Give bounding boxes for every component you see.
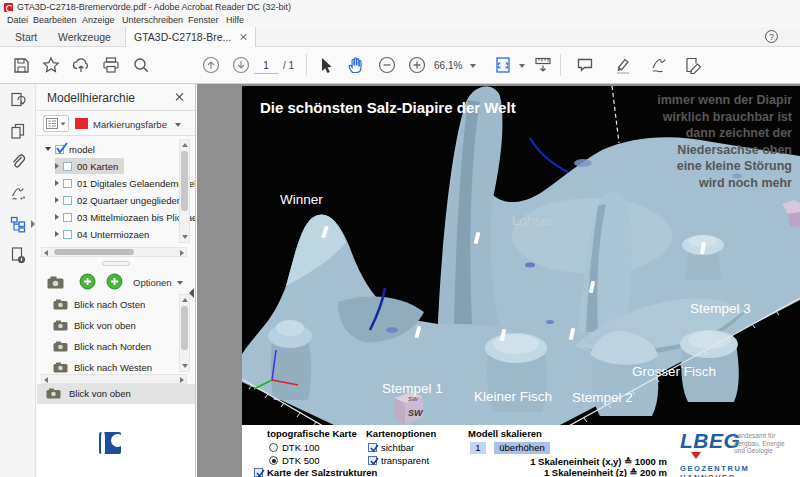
marker-color-chevron-icon[interactable] bbox=[175, 123, 181, 127]
sign-button[interactable] bbox=[644, 50, 674, 80]
page-thumbnails-panel-button[interactable] bbox=[7, 120, 29, 142]
tab-werkzeuge[interactable]: Werkzeuge bbox=[58, 27, 111, 47]
add-view-button-2[interactable] bbox=[106, 273, 123, 290]
tree-item-03-mittelmiozaen[interactable]: 03 Mittelmiozaen bis Pliozae bbox=[55, 209, 195, 225]
scroll-right-icon[interactable] bbox=[180, 250, 184, 256]
checkbox-checked[interactable] bbox=[55, 145, 64, 154]
rail-flyout-arrow-icon[interactable] bbox=[31, 220, 35, 228]
scrollbar-thumb[interactable] bbox=[181, 151, 188, 211]
zoom-out-button[interactable] bbox=[372, 50, 402, 80]
current-view-row[interactable]: Blick von oben bbox=[37, 384, 195, 403]
visible-checkbox[interactable]: sichtbar bbox=[368, 442, 414, 453]
help-icon[interactable]: ? bbox=[765, 30, 778, 43]
checkbox-checked-icon[interactable] bbox=[368, 456, 377, 465]
fit-chevron-down-icon[interactable] bbox=[519, 64, 525, 68]
options-button[interactable]: Optionen bbox=[133, 277, 172, 288]
attachments-panel-button[interactable] bbox=[7, 151, 29, 173]
scroll-left-icon[interactable] bbox=[44, 250, 48, 256]
checkbox-unchecked[interactable] bbox=[63, 213, 72, 222]
menu-anzeige[interactable]: Anzeige bbox=[82, 15, 115, 25]
scroll-down-icon[interactable] bbox=[182, 235, 188, 239]
tab-start[interactable]: Start bbox=[15, 27, 37, 47]
export-pdf-panel-button[interactable] bbox=[7, 89, 29, 111]
scroll-down-icon[interactable] bbox=[182, 364, 188, 368]
view-item-oben[interactable]: Blick von oben bbox=[37, 315, 195, 335]
checkbox-unchecked[interactable] bbox=[63, 162, 72, 171]
tree-options-button[interactable] bbox=[43, 115, 69, 132]
radio-dtk500[interactable]: DTK 500 bbox=[269, 455, 320, 466]
view-item-norden[interactable]: Blick nach Norden bbox=[37, 336, 195, 356]
highlight-button[interactable] bbox=[608, 50, 638, 80]
model-tree-panel-button[interactable] bbox=[7, 213, 29, 235]
view-camera-button[interactable] bbox=[43, 273, 67, 291]
pdf-3d-annotation[interactable]: SW SW Die schönsten Salz-Diapire der Wel… bbox=[242, 86, 800, 425]
checkbox-unchecked[interactable] bbox=[63, 230, 72, 239]
tree-item-00-karten[interactable]: 00 Karten bbox=[55, 158, 124, 174]
page-number-input[interactable] bbox=[254, 57, 278, 74]
print-button[interactable] bbox=[96, 50, 126, 80]
fill-sign-button[interactable] bbox=[678, 50, 708, 80]
menu-hilfe[interactable]: Hilfe bbox=[226, 15, 244, 25]
scroll-right-icon[interactable] bbox=[180, 377, 184, 383]
page-info-panel-button[interactable] bbox=[7, 244, 29, 266]
save-button[interactable] bbox=[6, 50, 36, 80]
marker-color-label[interactable]: Markierungsfarbe bbox=[93, 119, 167, 130]
transparent-checkbox[interactable]: transparent bbox=[368, 455, 429, 466]
panel-collapse-arrow-icon[interactable] bbox=[189, 288, 194, 298]
salt-structures-checkbox[interactable]: Karte der Salzstrukturen bbox=[254, 467, 377, 477]
tree-item-02-quartaer[interactable]: 02 Quartaer ungegliedert bbox=[55, 192, 183, 208]
comment-button[interactable] bbox=[570, 50, 600, 80]
radio-icon-unselected[interactable] bbox=[269, 443, 278, 452]
options-chevron-icon[interactable] bbox=[177, 281, 183, 285]
tree-item-04-untermiozaen[interactable]: 04 Untermiozaen bbox=[55, 226, 149, 242]
upload-button[interactable] bbox=[66, 50, 96, 80]
tab-document[interactable]: GTA3D-C2718-Bre... bbox=[125, 27, 256, 47]
expander-open-icon[interactable] bbox=[45, 147, 51, 151]
menu-fenster[interactable]: Fenster bbox=[188, 15, 219, 25]
tree-horizontal-scrollbar[interactable] bbox=[41, 247, 187, 257]
scroll-up-icon[interactable] bbox=[182, 298, 188, 302]
tab-close-icon[interactable] bbox=[239, 33, 247, 41]
measure-button[interactable] bbox=[528, 50, 558, 80]
checkbox-unchecked[interactable] bbox=[63, 196, 72, 205]
radio-dtk100[interactable]: DTK 100 bbox=[269, 442, 320, 453]
checkbox-checked-icon[interactable] bbox=[254, 468, 263, 477]
hand-tool-button[interactable] bbox=[340, 50, 370, 80]
scrollbar-thumb[interactable] bbox=[54, 249, 134, 255]
select-tool-button[interactable] bbox=[310, 50, 340, 80]
expander-closed-icon[interactable] bbox=[55, 197, 59, 203]
panel-close-icon[interactable] bbox=[175, 92, 185, 102]
star-button[interactable] bbox=[36, 50, 66, 80]
tree-item-01-dgm[interactable]: 01 Digitales Gelaendemodell bbox=[55, 175, 195, 191]
zoom-level-value[interactable]: 66,1% bbox=[434, 60, 462, 71]
marker-color-swatch[interactable] bbox=[75, 118, 88, 129]
expander-closed-icon[interactable] bbox=[55, 163, 59, 169]
expander-closed-icon[interactable] bbox=[55, 214, 59, 220]
zoom-chevron-down-icon[interactable] bbox=[470, 64, 476, 68]
previous-page-button[interactable] bbox=[196, 50, 226, 80]
checkbox-checked-icon[interactable] bbox=[368, 443, 377, 452]
next-page-button[interactable] bbox=[226, 50, 256, 80]
search-button[interactable] bbox=[126, 50, 156, 80]
scale-value-field[interactable]: 1 bbox=[470, 442, 486, 454]
view-item-osten[interactable]: Blick nach Osten bbox=[37, 294, 195, 314]
exaggerate-button[interactable]: überhöhen bbox=[494, 442, 550, 454]
views-vertical-scrollbar[interactable] bbox=[179, 294, 190, 372]
zoom-in-button[interactable] bbox=[402, 50, 432, 80]
scrollbar-thumb[interactable] bbox=[181, 306, 188, 350]
tree-vertical-scrollbar[interactable] bbox=[179, 139, 190, 243]
expander-closed-icon[interactable] bbox=[55, 231, 59, 237]
menu-datei[interactable]: Datei bbox=[7, 15, 28, 25]
expander-closed-icon[interactable] bbox=[55, 180, 59, 186]
add-view-button[interactable] bbox=[79, 273, 96, 290]
views-horizontal-scrollbar[interactable] bbox=[41, 374, 187, 384]
panel-splitter[interactable] bbox=[102, 261, 130, 266]
signatures-panel-button[interactable] bbox=[7, 182, 29, 204]
radio-icon-selected[interactable] bbox=[269, 456, 278, 465]
tree-item-model[interactable]: model bbox=[45, 141, 95, 157]
menu-bearbeiten[interactable]: Bearbeiten bbox=[33, 15, 77, 25]
scroll-up-icon[interactable] bbox=[182, 143, 188, 147]
scroll-left-icon[interactable] bbox=[44, 377, 48, 383]
checkbox-unchecked[interactable] bbox=[63, 179, 72, 188]
menu-unterschreiben[interactable]: Unterschreiben bbox=[122, 15, 183, 25]
